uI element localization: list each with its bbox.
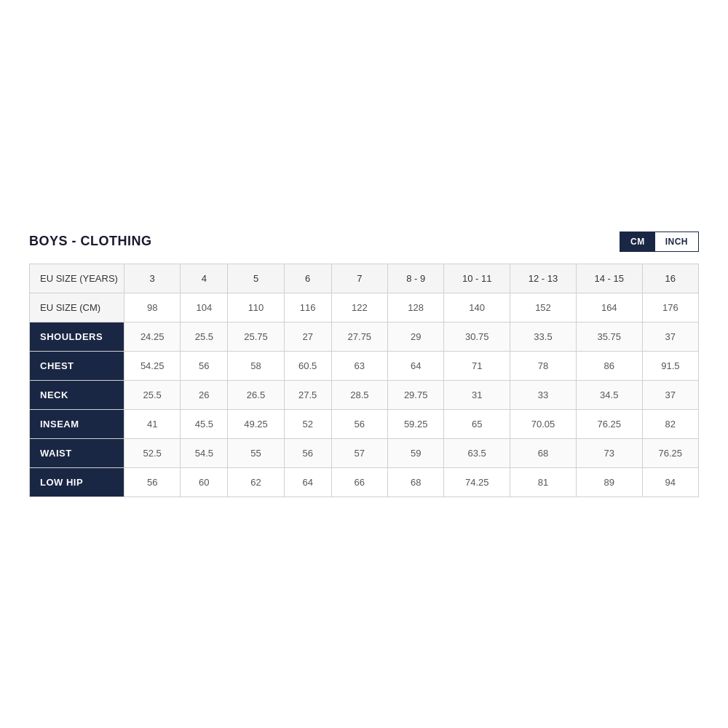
row-label-4: INSEAM xyxy=(30,409,124,438)
cell-r5-c6: 63.5 xyxy=(444,438,510,467)
cell-r1-c4: 27.75 xyxy=(331,322,387,351)
cell-r0-c2: 110 xyxy=(228,293,284,322)
cell-r2-c4: 63 xyxy=(331,351,387,380)
table-row: CHEST54.25565860.5636471788691.5 xyxy=(30,351,699,380)
cell-r0-c3: 116 xyxy=(284,293,331,322)
col-header-0: 3 xyxy=(124,264,181,293)
cell-r1-c0: 24.25 xyxy=(124,322,181,351)
cell-r2-c6: 71 xyxy=(444,351,510,380)
row-label-6: LOW HIP xyxy=(30,467,124,496)
cell-r0-c8: 164 xyxy=(576,293,642,322)
cell-r3-c8: 34.5 xyxy=(576,380,642,409)
col-header-8: 14 - 15 xyxy=(576,264,642,293)
cell-r1-c5: 29 xyxy=(388,322,444,351)
cell-r6-c9: 94 xyxy=(642,467,698,496)
table-row: LOW HIP56606264666874.25818994 xyxy=(30,467,699,496)
cell-r6-c7: 81 xyxy=(510,467,577,496)
cell-r3-c7: 33 xyxy=(510,380,577,409)
cell-r4-c7: 70.05 xyxy=(510,409,577,438)
cell-r3-c5: 29.75 xyxy=(388,380,444,409)
cell-r4-c3: 52 xyxy=(284,409,331,438)
cell-r5-c2: 55 xyxy=(228,438,284,467)
col-header-9: 16 xyxy=(642,264,698,293)
cell-r3-c2: 26.5 xyxy=(228,380,284,409)
col-header-3: 6 xyxy=(284,264,331,293)
cell-r2-c9: 91.5 xyxy=(642,351,698,380)
row-label-5: WAIST xyxy=(30,438,124,467)
row-label-3: NECK xyxy=(30,380,124,409)
cell-r6-c2: 62 xyxy=(228,467,284,496)
cell-r0-c5: 128 xyxy=(388,293,444,322)
cell-r5-c9: 76.25 xyxy=(642,438,698,467)
cell-r5-c8: 73 xyxy=(576,438,642,467)
cell-r4-c2: 49.25 xyxy=(228,409,284,438)
cell-r0-c6: 140 xyxy=(444,293,510,322)
cell-r2-c8: 86 xyxy=(576,351,642,380)
cell-r1-c6: 30.75 xyxy=(444,322,510,351)
table-row: SHOULDERS24.2525.525.752727.752930.7533.… xyxy=(30,322,699,351)
cell-r5-c5: 59 xyxy=(388,438,444,467)
cell-r0-c1: 104 xyxy=(181,293,228,322)
eu-size-years-header: EU SIZE (YEARS) xyxy=(30,264,124,293)
cell-r4-c1: 45.5 xyxy=(181,409,228,438)
cell-r6-c8: 89 xyxy=(576,467,642,496)
cell-r4-c8: 76.25 xyxy=(576,409,642,438)
cell-r4-c9: 82 xyxy=(642,409,698,438)
cell-r1-c2: 25.75 xyxy=(228,322,284,351)
cell-r3-c0: 25.5 xyxy=(124,380,181,409)
cell-r2-c0: 54.25 xyxy=(124,351,181,380)
cell-r5-c7: 68 xyxy=(510,438,577,467)
cell-r6-c3: 64 xyxy=(284,467,331,496)
size-table: EU SIZE (YEARS) 345678 - 910 - 1112 - 13… xyxy=(29,264,699,497)
col-header-1: 4 xyxy=(181,264,228,293)
cell-r6-c0: 56 xyxy=(124,467,181,496)
col-header-2: 5 xyxy=(228,264,284,293)
cell-r0-c7: 152 xyxy=(510,293,577,322)
cell-r5-c3: 56 xyxy=(284,438,331,467)
unit-toggle[interactable]: CM INCH xyxy=(620,232,699,252)
cell-r6-c6: 74.25 xyxy=(444,467,510,496)
table-row: INSEAM4145.549.25525659.256570.0576.2582 xyxy=(30,409,699,438)
cell-r4-c4: 56 xyxy=(331,409,387,438)
column-header-row: EU SIZE (YEARS) 345678 - 910 - 1112 - 13… xyxy=(30,264,699,293)
cell-r2-c1: 56 xyxy=(181,351,228,380)
cell-r5-c0: 52.5 xyxy=(124,438,181,467)
cell-r3-c6: 31 xyxy=(444,380,510,409)
cell-r5-c1: 54.5 xyxy=(181,438,228,467)
cm-button[interactable]: CM xyxy=(620,232,655,251)
cell-r3-c4: 28.5 xyxy=(331,380,387,409)
cell-r1-c7: 33.5 xyxy=(510,322,577,351)
inch-button[interactable]: INCH xyxy=(655,232,698,251)
header-row: BOYS - CLOTHING CM INCH xyxy=(29,232,699,252)
cell-r4-c0: 41 xyxy=(124,409,181,438)
col-header-5: 8 - 9 xyxy=(388,264,444,293)
row-label-1: SHOULDERS xyxy=(30,322,124,351)
cell-r6-c5: 68 xyxy=(388,467,444,496)
cell-r0-c0: 98 xyxy=(124,293,181,322)
cell-r3-c9: 37 xyxy=(642,380,698,409)
cell-r1-c9: 37 xyxy=(642,322,698,351)
row-label-0: EU SIZE (CM) xyxy=(30,293,124,322)
cell-r3-c3: 27.5 xyxy=(284,380,331,409)
cell-r2-c5: 64 xyxy=(388,351,444,380)
table-row: EU SIZE (CM)9810411011612212814015216417… xyxy=(30,293,699,322)
cell-r2-c3: 60.5 xyxy=(284,351,331,380)
cell-r5-c4: 57 xyxy=(331,438,387,467)
cell-r2-c7: 78 xyxy=(510,351,577,380)
cell-r3-c1: 26 xyxy=(181,380,228,409)
cell-r1-c1: 25.5 xyxy=(181,322,228,351)
col-header-6: 10 - 11 xyxy=(444,264,510,293)
cell-r1-c8: 35.75 xyxy=(576,322,642,351)
col-header-4: 7 xyxy=(331,264,387,293)
cell-r6-c1: 60 xyxy=(181,467,228,496)
cell-r0-c9: 176 xyxy=(642,293,698,322)
table-row: NECK25.52626.527.528.529.75313334.537 xyxy=(30,380,699,409)
cell-r6-c4: 66 xyxy=(331,467,387,496)
row-label-2: CHEST xyxy=(30,351,124,380)
cell-r4-c5: 59.25 xyxy=(388,409,444,438)
page-title: BOYS - CLOTHING xyxy=(29,234,152,249)
cell-r2-c2: 58 xyxy=(228,351,284,380)
main-container: BOYS - CLOTHING CM INCH EU SIZE (YEARS) … xyxy=(15,217,713,512)
col-header-7: 12 - 13 xyxy=(510,264,577,293)
cell-r0-c4: 122 xyxy=(331,293,387,322)
